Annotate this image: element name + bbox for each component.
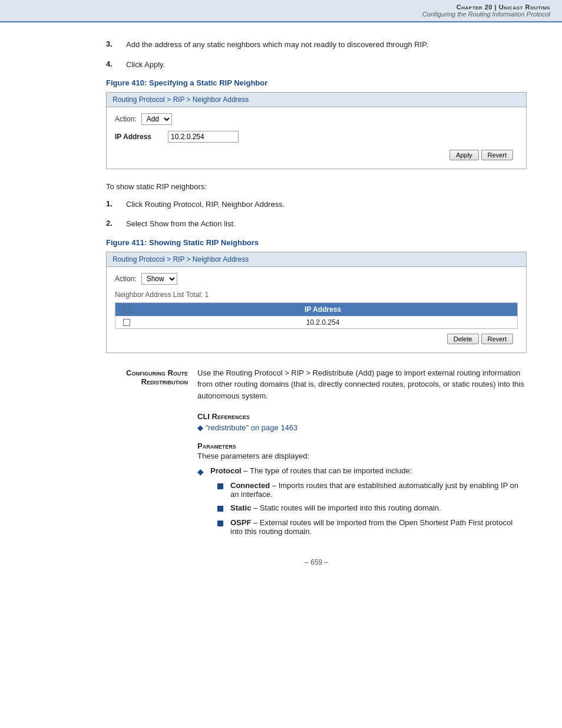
delete-button[interactable]: Delete <box>447 334 479 344</box>
figure-410-btn-row: Apply Revert <box>115 150 518 160</box>
figure-411-body: Action: Show Neighbor Address List Total… <box>107 267 526 353</box>
cli-link[interactable]: "redistribute" on page 1463 <box>197 423 297 432</box>
chapter-label: Chapter 20 | Unicast Routing <box>457 4 550 11</box>
sub-bullets: Connected – Imports routes that are esta… <box>201 481 527 536</box>
step-3-num: 3. <box>106 39 119 51</box>
step-4: 4. Click Apply. <box>106 59 527 71</box>
ospf-rest: – External routes will be imported from … <box>230 518 513 536</box>
action-row: Action: Add <box>115 113 518 125</box>
side-sub-label: Redistribution <box>106 377 188 386</box>
action-select[interactable]: Add <box>141 113 172 125</box>
row-check-cell <box>120 319 133 326</box>
show-step-2: 2. Select Show from the Action list. <box>106 218 527 230</box>
connected-text: Connected – Imports routes that are esta… <box>230 481 527 499</box>
action-label: Action: <box>115 115 137 123</box>
step-3-text: Add the address of any static neighbors … <box>126 39 428 51</box>
figure-410-body: Action: Add IP Address Apply Revert <box>107 107 526 169</box>
show-step-2-num: 2. <box>106 218 119 230</box>
sq-icon-static <box>217 505 226 513</box>
table-row: 10.2.0.254 <box>115 316 517 328</box>
chapter-subtitle: Configuring the Routing Information Prot… <box>0 11 550 18</box>
ospf-bold: OSPF <box>230 518 251 527</box>
connected-bullet: Connected – Imports routes that are esta… <box>217 481 527 499</box>
cli-link-wrapper: "redistribute" on page 1463 <box>197 423 527 432</box>
figure-411-btn-row: Delete Revert <box>115 334 518 344</box>
step-4-num: 4. <box>106 59 119 71</box>
protocol-rest: – The type of routes that can be importe… <box>243 466 412 475</box>
static-text: Static – Static routes will be imported … <box>230 503 441 513</box>
connected-rest: – Imports routes that are established au… <box>230 481 518 499</box>
col-ip-header: IP Address <box>133 305 513 314</box>
static-rest: – Static routes will be imported into th… <box>253 503 441 512</box>
main-content: 3. Add the address of any static neighbo… <box>0 22 562 590</box>
header-checkbox[interactable] <box>123 306 130 313</box>
parameters-header: Parameters <box>197 442 527 450</box>
figure-411-action-select[interactable]: Show <box>141 273 177 285</box>
diamond-icon: ◆ <box>197 467 206 476</box>
figure-410-nav: Routing Protocol > RIP > Neighbor Addres… <box>107 93 526 107</box>
chapter-pipe: | <box>495 4 497 11</box>
neighbor-table: IP Address 10.2.0.254 <box>115 302 518 329</box>
show-step-1-num: 1. <box>106 199 119 210</box>
show-step-2-text: Select Show from the Action list. <box>126 218 236 230</box>
side-main-label: Configuring Route <box>126 368 188 377</box>
revert-button[interactable]: Revert <box>481 150 513 160</box>
redistribution-section: Configuring Route Redistribution Use the… <box>106 367 527 541</box>
apply-button[interactable]: Apply <box>449 150 479 160</box>
redistribution-prose: Use the Routing Protocol > RIP > Redistr… <box>197 367 527 402</box>
static-bullet: Static – Static routes will be imported … <box>217 503 527 513</box>
figure-411-title: Figure 411: Showing Static RIP Neighbors <box>106 238 527 247</box>
chapter-number: Chapter 20 <box>457 4 492 11</box>
protocol-bold: Protocol <box>210 466 242 475</box>
connected-bold: Connected <box>230 481 270 490</box>
figure-411-action-label: Action: <box>115 275 137 283</box>
page-number: – 659 – <box>106 558 527 566</box>
cli-references-header: CLI References <box>197 412 527 421</box>
figure-410-title: Figure 410: Specifying a Static RIP Neig… <box>106 78 527 87</box>
figure-411-nav: Routing Protocol > RIP > Neighbor Addres… <box>107 252 526 267</box>
ospf-text: OSPF – External routes will be imported … <box>230 518 527 536</box>
protocol-bullet: ◆ Protocol – The type of routes that can… <box>197 466 527 476</box>
protocol-text: Protocol – The type of routes that can b… <box>210 466 412 476</box>
side-label: Configuring Route Redistribution <box>106 367 197 541</box>
figure-410-box: Routing Protocol > RIP > Neighbor Addres… <box>106 92 527 169</box>
table-col-header: IP Address <box>115 303 517 316</box>
header-check-cell <box>120 306 133 313</box>
sq-icon-ospf <box>217 519 226 536</box>
show-rip-intro: To show static RIP neighbors: <box>106 181 527 193</box>
parameters-intro: These parameters are displayed: <box>197 452 527 460</box>
top-bar: Chapter 20 | Unicast Routing Configuring… <box>0 0 562 22</box>
ip-label: IP Address <box>115 133 162 141</box>
neighbor-list-label: Neighbor Address List Total: 1 <box>115 291 518 299</box>
static-bold: Static <box>230 503 251 512</box>
figure-411-box: Routing Protocol > RIP > Neighbor Addres… <box>106 252 527 353</box>
sq-icon-connected <box>217 482 226 499</box>
ip-row: IP Address <box>115 131 518 143</box>
show-step-1: 1. Click Routing Protocol, RIP, Neighbor… <box>106 199 527 210</box>
ip-input[interactable] <box>168 131 239 143</box>
figure-411-revert-button[interactable]: Revert <box>481 334 513 344</box>
ospf-bullet: OSPF – External routes will be imported … <box>217 518 527 536</box>
figure-411-action-row: Action: Show <box>115 273 518 285</box>
step-3: 3. Add the address of any static neighbo… <box>106 39 527 51</box>
row-ip-value: 10.2.0.254 <box>133 318 513 327</box>
step-4-text: Click Apply. <box>126 59 165 71</box>
chapter-title: Unicast Routing <box>499 4 550 11</box>
show-step-1-text: Click Routing Protocol, RIP, Neighbor Ad… <box>126 199 285 210</box>
side-content: Use the Routing Protocol > RIP > Redistr… <box>197 367 527 541</box>
row-checkbox[interactable] <box>123 319 130 326</box>
